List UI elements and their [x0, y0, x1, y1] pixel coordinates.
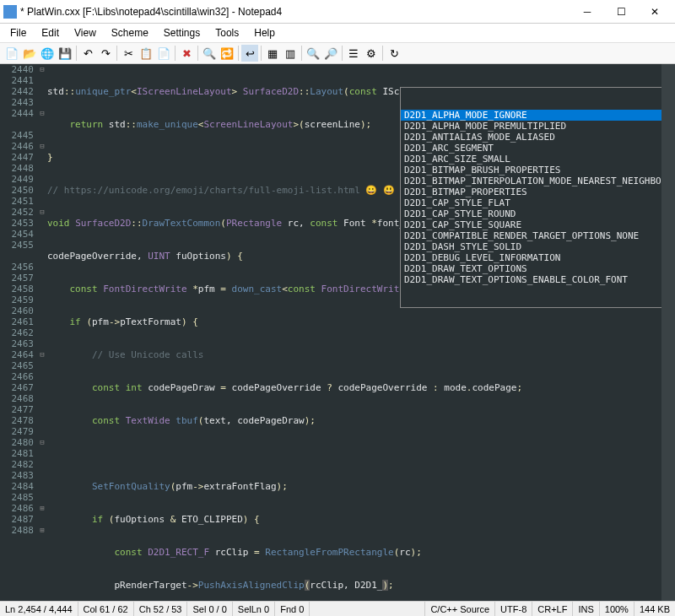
paste-icon[interactable]: 📄: [155, 45, 172, 62]
toggle-icon[interactable]: ▦: [264, 45, 281, 62]
code-view[interactable]: std::unique_ptr<IScreenLineLayout> Surfa…: [47, 64, 662, 601]
autocomplete-item[interactable]: D2D1_BITMAP_BRUSH_PROPERTIES: [401, 165, 662, 176]
autocomplete-item[interactable]: D2D1_ARC_SEGMENT: [401, 143, 662, 154]
line-number-gutter: 2440244124422443244424452446244724482449…: [0, 64, 37, 601]
autocomplete-item[interactable]: D2D1_COMPATIBLE_RENDER_TARGET_OPTIONS_NO…: [401, 230, 662, 241]
status-ch[interactable]: Ch 52 / 53: [134, 602, 188, 616]
autocomplete-popup[interactable]: D2D1_ALPHA_MODE_IGNORED2D1_ALPHA_MODE_PR…: [400, 87, 662, 308]
save-icon[interactable]: 💾: [57, 45, 73, 62]
open-icon[interactable]: 📂: [21, 45, 38, 62]
search-icon[interactable]: 🔍: [201, 45, 218, 62]
app-icon: [3, 5, 17, 19]
menubar: File Edit View Scheme Settings Tools Hel…: [0, 24, 675, 42]
separator: [382, 46, 383, 61]
reload-icon[interactable]: ↻: [386, 45, 402, 62]
config-icon[interactable]: ⚙: [363, 45, 380, 62]
wordwrap-icon[interactable]: ↩: [241, 45, 258, 62]
separator: [76, 46, 77, 61]
menu-view[interactable]: View: [68, 25, 103, 41]
separator: [238, 46, 239, 61]
copy-icon[interactable]: 📋: [138, 45, 154, 62]
titlebar: * PlatWin.cxx [F:\Libs\notepad4\scintill…: [0, 0, 675, 24]
editor-vertical-scrollbar[interactable]: [662, 64, 675, 601]
toolbar: 📄 📂 🌐 💾 ↶ ↷ ✂ 📋 📄 ✖ 🔍 🔁 ↩ ▦ ▥ 🔍 🔎 ☰ ⚙ ↻: [0, 42, 675, 64]
status-eol[interactable]: CR+LF: [532, 602, 573, 616]
zoomin-icon[interactable]: 🔍: [305, 45, 321, 62]
browse-icon[interactable]: 🌐: [39, 45, 56, 62]
autocomplete-item[interactable]: D2D1_BITMAP_PROPERTIES: [401, 186, 662, 197]
autocomplete-item[interactable]: D2D1_ALPHA_MODE_IGNORE: [401, 110, 662, 121]
status-position[interactable]: Ln 2,454 / 4,444: [0, 602, 78, 616]
status-col[interactable]: Col 61 / 62: [78, 602, 134, 616]
autocomplete-item[interactable]: D2D1_ANTIALIAS_MODE_ALIASED: [401, 132, 662, 143]
cut-icon[interactable]: ✂: [120, 45, 137, 62]
statusbar: Ln 2,454 / 4,444 Col 61 / 62 Ch 52 / 53 …: [0, 601, 675, 616]
status-spacer: [310, 602, 425, 616]
status-ins[interactable]: INS: [573, 602, 599, 616]
editor-area[interactable]: 2440244124422443244424452446244724482449…: [0, 64, 675, 601]
autocomplete-item[interactable]: D2D1_ARC_SIZE_SMALL: [401, 154, 662, 165]
status-sel[interactable]: Sel 0 / 0: [187, 602, 232, 616]
menu-file[interactable]: File: [3, 25, 33, 41]
menu-edit[interactable]: Edit: [35, 25, 66, 41]
separator: [301, 46, 302, 61]
fold-column[interactable]: ⊟⊟⊟⊟⊟⊟⊞⊞: [37, 64, 47, 601]
autocomplete-item[interactable]: D2D1_DRAW_TEXT_OPTIONS_ENABLE_COLOR_FONT: [401, 274, 662, 285]
scheme-icon[interactable]: ☰: [345, 45, 362, 62]
status-zoom[interactable]: 100%: [600, 602, 634, 616]
autocomplete-item[interactable]: D2D1_CAP_STYLE_SQUARE: [401, 219, 662, 230]
undo-icon[interactable]: ↶: [79, 45, 96, 62]
toggle2-icon[interactable]: ▥: [282, 45, 299, 62]
menu-scheme[interactable]: Scheme: [105, 25, 155, 41]
status-find[interactable]: Fnd 0: [275, 602, 310, 616]
window-title: * PlatWin.cxx [F:\Libs\notepad4\scintill…: [20, 6, 570, 18]
new-icon[interactable]: 📄: [3, 45, 20, 62]
separator: [116, 46, 117, 61]
menu-tools[interactable]: Tools: [208, 25, 246, 41]
autocomplete-item[interactable]: D2D1_DASH_STYLE_SOLID: [401, 241, 662, 252]
separator: [197, 46, 198, 61]
autocomplete-item[interactable]: D2D1_DEBUG_LEVEL_INFORMATION: [401, 252, 662, 263]
autocomplete-item[interactable]: D2D1_CAP_STYLE_ROUND: [401, 208, 662, 219]
close-button[interactable]: ✕: [638, 0, 672, 24]
redo-icon[interactable]: ↷: [97, 45, 114, 62]
separator: [342, 46, 343, 61]
replace-icon[interactable]: 🔁: [219, 45, 235, 62]
status-selln[interactable]: SelLn 0: [233, 602, 275, 616]
minimize-button[interactable]: ─: [570, 0, 604, 24]
separator: [261, 46, 262, 61]
autocomplete-item[interactable]: D2D1_BITMAP_INTERPOLATION_MODE_NEAREST_N…: [401, 176, 662, 186]
separator: [175, 46, 176, 61]
status-size[interactable]: 144 KB: [634, 602, 675, 616]
status-lang[interactable]: C/C++ Source: [425, 602, 495, 616]
find-icon[interactable]: ✖: [178, 45, 195, 62]
maximize-button[interactable]: ☐: [604, 0, 638, 24]
autocomplete-item[interactable]: D2D1_DRAW_TEXT_OPTIONS: [401, 263, 662, 274]
menu-settings[interactable]: Settings: [157, 25, 207, 41]
menu-help[interactable]: Help: [247, 25, 282, 41]
status-enc[interactable]: UTF-8: [495, 602, 532, 616]
zoomout-icon[interactable]: 🔎: [322, 45, 339, 62]
autocomplete-item[interactable]: D2D1_ALPHA_MODE_PREMULTIPLIED: [401, 121, 662, 132]
autocomplete-item[interactable]: D2D1_CAP_STYLE_FLAT: [401, 197, 662, 208]
